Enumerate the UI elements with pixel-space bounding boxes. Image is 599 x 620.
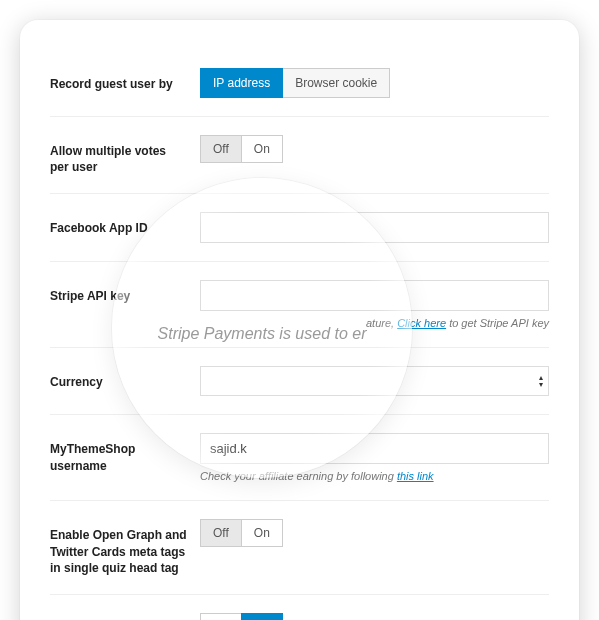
label-open-graph: Enable Open Graph and Twitter Cards meta… [50,519,200,576]
row-fb-app-id: Facebook App ID [50,194,549,262]
option-browser-cookie[interactable]: Browser cookie [282,68,390,98]
option-open-graph-on[interactable]: On [241,519,283,547]
option-ip-address[interactable]: IP address [200,68,283,98]
help-mts-username: Check your affiliate earning by followin… [200,470,549,482]
field-record-guest: IP address Browser cookie [200,68,549,98]
field-fb-app-id [200,212,549,243]
option-open-graph-off[interactable]: Off [200,519,242,547]
label-fb-app-id: Facebook App ID [50,212,200,236]
segmented-open-graph: Off On [200,519,283,547]
select-wrap-currency [200,366,549,396]
segmented-record-guest: IP address Browser cookie [200,68,390,98]
select-currency[interactable] [200,366,549,396]
row-stripe-key: Stripe API key ature, Click here to get … [50,262,549,348]
field-stripe-key: ature, Click here to get Stripe API key [200,280,549,329]
field-open-graph: Off On [200,519,549,547]
row-mts-username: MyThemeShop username Check your affiliat… [50,415,549,501]
label-currency: Currency [50,366,200,390]
input-fb-app-id[interactable] [200,212,549,243]
input-mts-username[interactable] [200,433,549,464]
option-multi-vote-off[interactable]: Off [200,135,242,163]
row-multi-vote: Allow multiple votes per user Off On [50,117,549,194]
row-currency: Currency [50,348,549,415]
row-players-tracking: Enable players tracking Off On [50,595,549,620]
link-stripe-click-here[interactable]: Click here [397,317,446,329]
label-stripe-key: Stripe API key [50,280,200,304]
option-tracking-off[interactable]: Off [200,613,242,620]
field-mts-username: Check your affiliate earning by followin… [200,433,549,482]
label-players-tracking: Enable players tracking [50,613,200,620]
label-record-guest: Record guest user by [50,68,200,92]
row-record-guest: Record guest user by IP address Browser … [50,50,549,117]
settings-panel: Record guest user by IP address Browser … [20,20,579,620]
field-players-tracking: Off On [200,613,549,620]
field-multi-vote: Off On [200,135,549,163]
help-stripe-key: ature, Click here to get Stripe API key [200,317,549,329]
label-multi-vote: Allow multiple votes per user [50,135,200,175]
segmented-players-tracking: Off On [200,613,283,620]
input-stripe-key[interactable] [200,280,549,311]
option-tracking-on[interactable]: On [241,613,283,620]
row-open-graph: Enable Open Graph and Twitter Cards meta… [50,501,549,595]
segmented-multi-vote: Off On [200,135,283,163]
option-multi-vote-on[interactable]: On [241,135,283,163]
link-affiliate-this-link[interactable]: this link [397,470,434,482]
field-currency [200,366,549,396]
label-mts-username: MyThemeShop username [50,433,200,473]
